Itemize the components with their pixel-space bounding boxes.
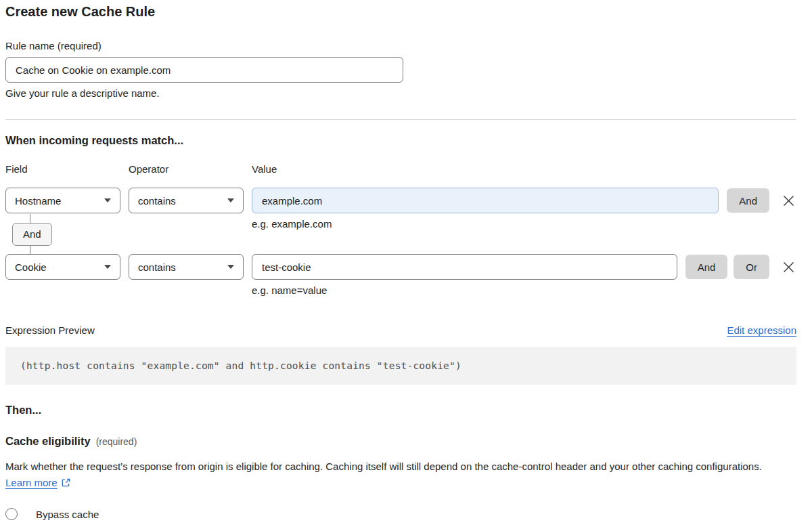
operator-select[interactable]: contains [129, 254, 244, 280]
operator-column-label: Operator [129, 163, 244, 175]
radio-unselected-icon[interactable] [5, 508, 18, 520]
cache-eligibility-heading-row: Cache eligibility (required) [5, 435, 796, 448]
chevron-down-icon [104, 265, 111, 269]
value-input[interactable] [252, 188, 719, 213]
expression-header: Expression Preview Edit expression [5, 324, 796, 336]
connector-area: And [5, 223, 796, 246]
close-icon [783, 261, 794, 273]
rule-name-label: Rule name (required) [5, 40, 796, 51]
and-button[interactable]: And [685, 255, 728, 279]
rule-name-helper: Give your rule a descriptive name. [5, 87, 796, 99]
remove-condition-button[interactable] [780, 254, 796, 280]
operator-select-value: contains [138, 261, 176, 273]
description-text: Mark whether the request’s response from… [5, 461, 762, 472]
field-select-value: Cookie [15, 261, 47, 273]
match-section-heading: When incoming requests match... [5, 134, 796, 147]
or-button[interactable]: Or [734, 255, 769, 279]
value-column-label: Value [252, 163, 796, 175]
cache-eligibility-heading: Cache eligibility [5, 435, 91, 448]
connector-and-chip[interactable]: And [12, 223, 52, 246]
chevron-down-icon [227, 198, 234, 203]
learn-more-link[interactable]: Learn more [5, 477, 58, 488]
field-select[interactable]: Hostname [5, 188, 120, 213]
external-link-icon[interactable] [61, 477, 71, 488]
then-heading: Then... [5, 404, 796, 417]
condition-row: Cookie contains e.g. name=value And Or [5, 254, 796, 296]
remove-condition-button[interactable] [780, 188, 796, 213]
value-input[interactable] [252, 254, 677, 280]
page-title: Create new Cache Rule [5, 4, 796, 20]
field-column-label: Field [5, 163, 120, 175]
rule-name-input[interactable] [5, 57, 403, 83]
radio-option-bypass-cache[interactable]: Bypass cache [5, 508, 796, 520]
and-button[interactable]: And [727, 188, 769, 213]
chevron-down-icon [227, 265, 234, 269]
value-hint: e.g. name=value [252, 284, 677, 296]
rule-name-section: Rule name (required) Give your rule a de… [5, 40, 796, 99]
expression-preview-label: Expression Preview [5, 324, 95, 336]
value-column: e.g. name=value [252, 254, 677, 296]
expression-code-block: (http.host contains "example.com" and ht… [5, 347, 796, 385]
close-icon [783, 195, 794, 207]
edit-expression-link[interactable]: Edit expression [727, 324, 796, 336]
radio-label: Bypass cache [36, 509, 99, 520]
section-divider [5, 119, 796, 120]
expression-code: (http.host contains "example.com" and ht… [20, 360, 461, 371]
operator-select-value: contains [138, 195, 176, 207]
cache-eligibility-description: Mark whether the request’s response from… [5, 459, 785, 491]
chevron-down-icon [104, 198, 111, 203]
operator-select[interactable]: contains [129, 188, 244, 213]
condition-column-labels: Field Operator Value [5, 163, 796, 180]
logic-buttons: And Or [685, 254, 769, 279]
field-select[interactable]: Cookie [5, 254, 120, 280]
required-note: (required) [96, 436, 137, 447]
field-select-value: Hostname [15, 195, 61, 207]
